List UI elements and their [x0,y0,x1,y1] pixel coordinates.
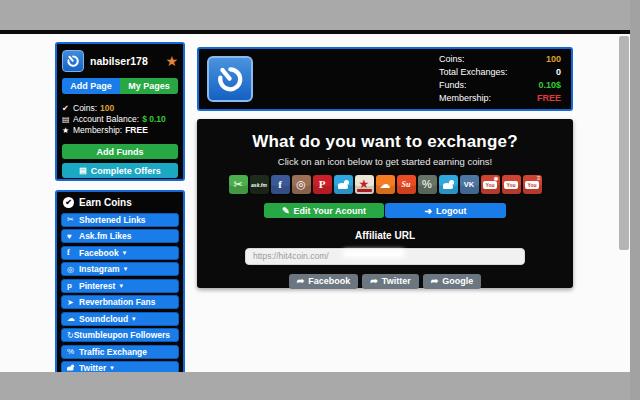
sidebar-item-twitter[interactable]: Twitter ▾ [61,361,179,372]
earn-coins-title: Earn Coins [79,197,132,208]
screenshot-frame: nabilser178 ★ Add Page My Pages ✔ Coins:… [0,0,640,400]
stat-value: 100 [546,53,561,66]
sidebar-item-label: Twitter [79,363,106,372]
chevron-down-icon: ▾ [119,282,123,290]
sidebar-item-shortened-links[interactable]: ✂ Shortened Links [61,213,179,227]
sidebar-item-instagram[interactable]: ◎ Instagram ▾ [61,262,179,276]
site-header: Coins: 100 Total Exchanges: 0 Funds: 0.1… [197,47,573,111]
complete-offers-button[interactable]: ▤ Complete Offers [62,163,178,178]
chevron-down-icon: ▾ [110,364,114,372]
stat-value: FREE [537,92,561,105]
scissors-icon: ✂ [233,175,242,194]
star-icon: ★ [62,125,73,136]
stat-label: Total Exchanges: [439,66,556,79]
pinterest-icon[interactable]: P [313,175,332,194]
instagram-icon[interactable]: ◎ [292,175,311,194]
facebook-icon: f [67,248,79,257]
stat-label: Funds: [439,79,538,92]
sidebar-item-label: Reverbnation Fans [79,297,156,307]
youtube-subscribers-icon[interactable]: You✱ [481,175,500,194]
share-arrow-icon: ➦ [370,276,378,286]
coins-stat: ✔ Coins: 100 [62,103,178,114]
pencil-edit-icon: ✎ [282,206,290,216]
reverbnation-band [357,189,372,192]
bottom-gray-frame [0,372,640,400]
twitter-retweets-icon[interactable] [334,175,353,194]
sidebar-item-stumbleupon[interactable]: ↻ Stumbleupon Followers [61,328,179,342]
sidebar-item-pinterest[interactable]: p Pinterest ▾ [61,279,179,293]
exchange-icon-row: ✂ ask.fm f ◎ P ★ ☁ Su % VK You✱ You You≡ [197,175,573,194]
membership-stat: Membership: FREE [439,92,561,105]
logout-arrow-icon: ➜ [424,206,432,216]
camera-icon: ◎ [296,175,306,194]
complete-offers-label: Complete Offers [91,166,161,176]
sidebar-item-label: Traffic Exchange [79,347,147,357]
pinterest-p: P [319,175,326,194]
sidebar-item-soundcloud[interactable]: ☁ Soundcloud ▾ [61,312,179,326]
cloud-icon: ☁ [380,175,391,194]
stat-label: Account Balance: [73,114,139,125]
share-google-button[interactable]: ➦ Google [423,274,482,289]
exchange-panel: What do you want to exchange? Click on a… [197,119,573,288]
sidebar-item-label: Pinterest [79,281,115,291]
youtube-likes-icon[interactable]: You [502,175,521,194]
share-facebook-button[interactable]: ➦ Facebook [289,274,359,289]
my-pages-button[interactable]: My Pages [120,78,178,94]
stat-label: Membership: [73,125,122,136]
sidebar-item-facebook[interactable]: f Facebook ▾ [61,246,179,260]
cloud-icon: ☁ [67,314,79,323]
profile-header: nabilser178 ★ [62,49,178,73]
chevron-down-icon: ▾ [124,265,128,273]
logout-button[interactable]: ➜ Logout [385,203,506,218]
edit-account-button[interactable]: ✎ Edit Your Acount [264,203,384,218]
stumbleupon-icon: ↻ [67,331,74,340]
sidebar-item-label: Ask.fm Likes [79,231,131,241]
membership-stat: ★ Membership: FREE [62,125,178,136]
profile-card: nabilser178 ★ Add Page My Pages ✔ Coins:… [55,42,185,181]
stumbleupon-icon[interactable]: Su [397,175,416,194]
traffic-exchange-icon[interactable]: % [418,175,437,194]
youtube-logo: You [525,181,538,189]
sidebar-item-askfm-likes[interactable]: ♥ Ask.fm Likes [61,229,179,243]
check-circle-icon: ✔ [62,103,73,114]
askfm-icon[interactable]: ask.fm [250,175,269,194]
soundcloud-icon[interactable]: ☁ [376,175,395,194]
share-label: Facebook [308,276,350,286]
twitter-bird-icon [338,180,349,189]
facebook-icon[interactable]: f [271,175,290,194]
lines-badge-icon: ≡ [537,175,541,181]
sidebar-item-label: Facebook [79,248,119,258]
sidebar-item-traffic-exchange[interactable]: % Traffic Exchange [61,345,179,359]
earn-coins-menu: ✔ Earn Coins ✂ Shortened Links ♥ Ask.fm … [55,190,185,372]
affiliate-url-input[interactable] [245,248,525,265]
sidebar-item-reverbnation[interactable]: ➤ Reverbnation Fans [61,295,179,309]
site-logo[interactable] [207,56,253,102]
youtube-views-icon[interactable]: You≡ [523,175,542,194]
stat-value: 0.10$ [538,79,561,92]
paper-plane-icon: ➤ [67,298,79,307]
link-icon: % [422,175,432,194]
stat-value: $ 0.10 [142,114,166,125]
scissors-icon: ✂ [67,215,79,224]
stumbleupon-su: Su [402,175,411,194]
earn-coins-header: ✔ Earn Coins [61,195,179,210]
vk-icon[interactable]: VK [460,175,479,194]
total-exchanges-stat: Total Exchanges: 0 [439,66,561,79]
share-twitter-button[interactable]: ➦ Twitter [362,274,418,289]
shortened-links-icon[interactable]: ✂ [229,175,248,194]
profile-stats: ✔ Coins: 100 ▤ Account Balance: $ 0.10 ★… [62,103,178,136]
scrollbar-thumb[interactable] [619,36,629,250]
chevron-down-icon: ▾ [123,249,127,257]
reverbnation-icon[interactable]: ★ [355,175,374,194]
account-balance-stat: ▤ Account Balance: $ 0.10 [62,114,178,125]
stat-value: 0 [556,66,561,79]
add-page-button[interactable]: Add Page [62,78,120,94]
add-funds-button[interactable]: Add Funds [62,144,178,159]
check-circle-icon: ✔ [63,197,74,208]
sidebar-item-label: Instagram [79,264,120,274]
gear-badge-icon: ✱ [493,175,498,182]
share-arrow-icon: ➦ [297,276,305,286]
affiliate-url-label: Affiliate URL [197,230,573,241]
share-label: Twitter [382,276,411,286]
twitter-icon[interactable] [439,175,458,194]
